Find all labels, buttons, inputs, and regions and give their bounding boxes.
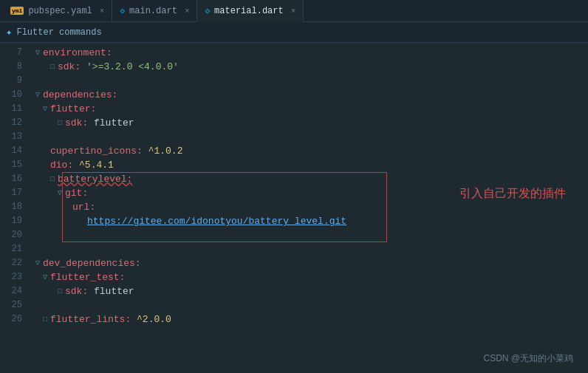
code-line-12: □ sdk: flutter — [35, 116, 588, 130]
fold-arrow-26: □ — [43, 312, 50, 326]
flutter-commands-bar: ✦ Flutter commands — [0, 22, 588, 43]
line-numbers: 7 8 9 10 11 12 13 14 15 16 17 18 19 20 2… — [0, 43, 30, 373]
code-val-url: https://gitee.com/idonotyou/battery_leve… — [87, 214, 346, 228]
plugin-annotation: 引入自己开发的插件 — [459, 186, 566, 200]
code-key-flutter-lints: flutter_lints: — [50, 312, 131, 326]
code-val-sdk: '>=3.2.0 <4.0.0' — [86, 60, 179, 74]
line-num-12: 12 — [0, 116, 22, 130]
code-line-23: ▽ flutter_test: — [35, 270, 588, 284]
code-line-8: □ sdk: '>=3.2.0 <4.0.0' — [35, 60, 588, 74]
code-key-sdk3: sdk: — [65, 284, 88, 298]
line-num-11: 11 — [0, 102, 22, 116]
code-line-7: ▽ environment: — [35, 46, 588, 60]
code-key-dio: dio: — [50, 158, 73, 172]
fold-arrow-22: ▽ — [35, 256, 43, 270]
tab-close-main[interactable]: × — [185, 7, 190, 16]
watermark: CSDN @无知的小菜鸡 — [483, 352, 573, 366]
code-key-cupertino: cupertino_icons: — [50, 144, 143, 158]
code-key-batterylevel: batterylevel: — [58, 172, 132, 186]
line-num-13: 13 — [0, 130, 22, 144]
line-num-20: 20 — [0, 228, 22, 242]
flutter-label: Flutter commands — [16, 27, 101, 38]
flutter-icon: ✦ — [6, 26, 12, 38]
line-num-24: 24 — [0, 284, 22, 298]
code-line-14: cupertino_icons: ^1.0.2 — [35, 144, 588, 158]
code-key-flutter: flutter: — [50, 102, 96, 116]
line-num-25: 25 — [0, 298, 22, 312]
code-val-cupertino: ^1.0.2 — [148, 144, 183, 158]
code-line-26: □ flutter_lints: ^2.0.0 — [35, 312, 588, 326]
code-line-21 — [35, 242, 588, 256]
line-num-18: 18 — [0, 200, 22, 214]
code-key-git: git: — [65, 186, 88, 200]
code-line-22: ▽ dev_dependencies: — [35, 256, 588, 270]
line-num-26: 26 — [0, 312, 22, 326]
editor-area: 7 8 9 10 11 12 13 14 15 16 17 18 19 20 2… — [0, 43, 588, 373]
fold-arrow-24: □ — [58, 284, 65, 298]
line-num-19: 19 — [0, 214, 22, 228]
line-num-15: 15 — [0, 158, 22, 172]
fold-arrow-23: ▽ — [43, 270, 50, 284]
code-key-environment: environment: — [43, 46, 112, 60]
line-num-10: 10 — [0, 88, 22, 102]
line-num-7: 7 — [0, 46, 22, 60]
code-line-13 — [35, 130, 588, 144]
code-line-15: dio: ^5.4.1 — [35, 158, 588, 172]
tab-label-pubspec: pubspec.yaml — [28, 6, 92, 16]
fold-arrow-8: □ — [50, 60, 58, 74]
tab-close-pubspec[interactable]: × — [100, 7, 105, 16]
fold-arrow-10: ▽ — [35, 88, 43, 102]
line-num-8: 8 — [0, 60, 22, 74]
fold-arrow-7: ▽ — [35, 46, 43, 60]
code-key-dev-dependencies: dev_dependencies: — [43, 256, 141, 270]
tab-label-main: main.dart — [129, 6, 177, 16]
code-val-dio: ^5.4.1 — [79, 158, 114, 172]
code-key-sdk2: sdk: — [65, 116, 88, 130]
code-content: 引入自己开发的插件 ▽ environment: □ sdk: '>=3.2.0… — [30, 43, 588, 373]
dart-icon-material: ◇ — [205, 6, 210, 16]
code-key-sdk: sdk: — [58, 60, 81, 74]
code-line-20 — [35, 228, 588, 242]
code-line-24: □ sdk: flutter — [35, 284, 588, 298]
code-key-url: url: — [72, 200, 95, 214]
line-num-17: 17 — [0, 186, 22, 200]
line-num-21: 21 — [0, 242, 22, 256]
tab-close-material[interactable]: × — [291, 7, 296, 16]
dart-icon-main: ◇ — [120, 6, 125, 16]
line-num-16: 16 — [0, 172, 22, 186]
tab-bar: yml pubspec.yaml × ◇ main.dart × ◇ mater… — [0, 0, 588, 22]
code-val-flutter-lints: ^2.0.0 — [137, 312, 171, 326]
code-line-19: https://gitee.com/idonotyou/battery_leve… — [35, 214, 588, 228]
fold-arrow-17: ▽ — [58, 186, 65, 200]
line-num-14: 14 — [0, 144, 22, 158]
fold-arrow-16: □ — [50, 172, 58, 186]
code-line-25 — [35, 298, 588, 312]
fold-arrow-11: ▽ — [43, 102, 50, 116]
line-num-23: 23 — [0, 270, 22, 284]
fold-arrow-12: □ — [58, 116, 65, 130]
code-line-11: ▽ flutter: — [35, 102, 588, 116]
tab-material[interactable]: ◇ material.dart × — [197, 0, 304, 22]
code-key-dependencies: dependencies: — [43, 88, 117, 102]
tab-main[interactable]: ◇ main.dart × — [112, 0, 197, 22]
code-line-9 — [35, 74, 588, 88]
line-num-22: 22 — [0, 256, 22, 270]
tab-pubspec[interactable]: yml pubspec.yaml × — [3, 0, 112, 22]
code-line-18: url: — [35, 200, 588, 214]
line-num-9: 9 — [0, 74, 22, 88]
tab-label-material: material.dart — [214, 6, 284, 16]
yaml-icon: yml — [10, 7, 24, 15]
code-line-16: □ batterylevel: — [35, 172, 588, 186]
code-key-flutter-test: flutter_test: — [50, 270, 125, 284]
code-line-10: ▽ dependencies: — [35, 88, 588, 102]
